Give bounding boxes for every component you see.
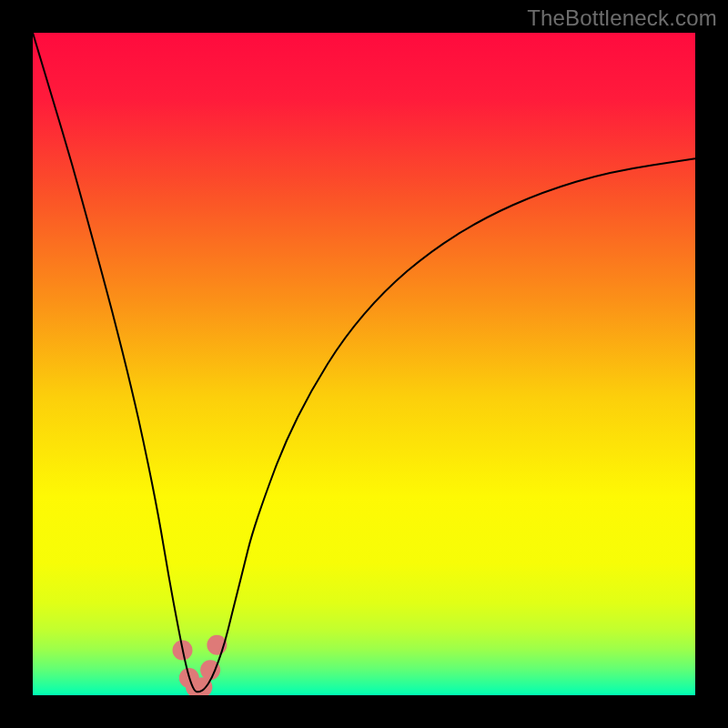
chart-svg: [33, 33, 695, 695]
chart-frame: TheBottleneck.com: [0, 0, 728, 728]
chart-background: [33, 33, 695, 695]
watermark-text: TheBottleneck.com: [527, 5, 717, 31]
plot-area: [33, 33, 695, 695]
